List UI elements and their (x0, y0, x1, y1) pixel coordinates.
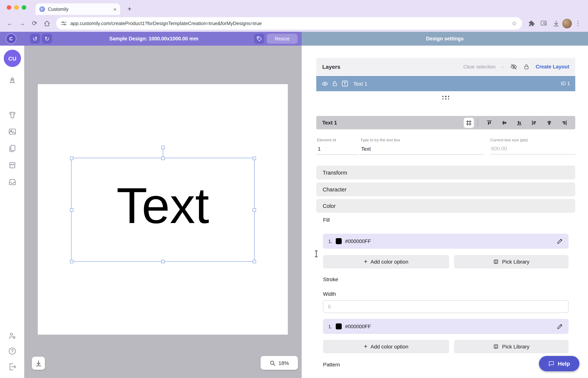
edit-fill-color-button[interactable] (557, 238, 563, 244)
visibility-eye-icon[interactable] (321, 80, 328, 87)
add-fill-color-button[interactable]: + Add color option (323, 255, 449, 269)
fill-color-row[interactable]: 1. #000000FF (323, 234, 569, 249)
fit-frame-button[interactable] (464, 118, 474, 128)
stroke-color-hex: #000000FF (345, 324, 553, 329)
selection-handle-ne[interactable] (252, 156, 256, 160)
downloads-button[interactable] (550, 17, 562, 29)
forward-button[interactable]: → (16, 17, 29, 29)
selection-handle-e[interactable] (252, 208, 256, 212)
magnifier-icon (270, 360, 275, 366)
customily-favicon: C (39, 6, 45, 12)
selection-handle-w[interactable] (70, 208, 73, 212)
selection-handle-s[interactable] (161, 260, 164, 263)
sidebar-item-launch[interactable] (8, 77, 17, 86)
text-cursor (315, 251, 318, 257)
unlock-icon[interactable] (332, 80, 338, 87)
fill-color-swatch[interactable] (336, 238, 342, 244)
hide-all-button[interactable] (510, 63, 517, 70)
stroke-color-row[interactable]: 1. #000000FF (323, 319, 569, 334)
export-download-button[interactable] (32, 357, 45, 370)
site-settings-icon[interactable] (61, 20, 67, 27)
browser-menu-button[interactable]: ⋮ (572, 17, 584, 29)
sidebar-item-store[interactable] (8, 161, 17, 170)
panel-resize-handle[interactable] (316, 94, 575, 101)
section-transform[interactable]: Transform (316, 166, 575, 179)
text-value-input[interactable] (360, 146, 484, 155)
stroke-label: Stroke (323, 276, 338, 282)
address-bar[interactable]: app.customily.com/createProduct1?forDesi… (56, 17, 522, 29)
sidebar-item-account-settings[interactable] (8, 331, 17, 340)
selection-box[interactable] (71, 158, 255, 262)
new-tab-button[interactable]: + (124, 4, 135, 14)
element-id-input[interactable] (317, 146, 359, 155)
selection-handle-se[interactable] (252, 260, 256, 263)
layer-id-badge: ID 1 (561, 81, 570, 86)
selection-handle-nw[interactable] (70, 156, 73, 160)
pencil-icon (557, 238, 563, 244)
align-top-button[interactable] (482, 118, 497, 128)
minimize-window-button[interactable] (14, 5, 19, 10)
search-tabs-button[interactable] (537, 17, 550, 29)
url-text[interactable]: app.customily.com/createProduct1?forDesi… (70, 21, 506, 26)
fullscreen-window-button[interactable] (22, 5, 26, 10)
sidebar-item-help[interactable] (8, 347, 17, 356)
align-middle-button[interactable] (497, 118, 512, 128)
sidebar-item-inbox[interactable] (8, 178, 17, 187)
help-button[interactable]: Help (539, 356, 579, 371)
undo-button[interactable]: ↺ (30, 34, 40, 44)
edit-stroke-color-button[interactable] (557, 323, 563, 330)
lock-icon (523, 63, 530, 70)
align-top-icon (486, 120, 492, 125)
selection-handle-n[interactable] (161, 156, 164, 160)
align-right-button[interactable] (557, 118, 572, 128)
align-center-icon (546, 120, 552, 125)
create-layout-link[interactable]: Create Layout (536, 64, 569, 69)
pick-stroke-library-button[interactable]: Pick Library (454, 340, 569, 353)
sidebar-item-logout[interactable] (8, 362, 17, 371)
selection-handle-sw[interactable] (70, 260, 73, 263)
back-button[interactable]: ← (4, 17, 16, 29)
tag-button[interactable] (254, 34, 264, 44)
profile-avatar[interactable] (562, 18, 572, 28)
stroke-color-index: 1. (328, 324, 332, 329)
home-icon (43, 20, 51, 27)
resize-button[interactable]: Resize (267, 34, 298, 44)
pick-fill-library-button[interactable]: Pick Library (454, 255, 569, 269)
align-left-button[interactable] (527, 118, 542, 128)
design-settings-panel: Layers Clear selection – Create Layout T… (302, 46, 588, 378)
text-value-label: Type to try the text box (360, 138, 484, 142)
question-icon (8, 347, 17, 356)
browser-tab[interactable]: C Customily × (36, 3, 120, 15)
section-character[interactable]: Character (316, 182, 575, 196)
plus-icon: + (364, 343, 368, 350)
sidebar-item-products[interactable] (8, 110, 17, 119)
reload-button[interactable]: ⟳ (29, 17, 41, 29)
stroke-color-swatch[interactable] (336, 324, 342, 329)
rotate-handle[interactable] (161, 146, 164, 149)
stroke-width-input[interactable] (323, 300, 569, 313)
user-avatar[interactable]: CU (4, 50, 21, 67)
extensions-button[interactable] (525, 17, 537, 29)
customily-logo[interactable]: C (6, 33, 16, 44)
bookmark-star-icon[interactable]: ☆ (509, 18, 519, 28)
add-stroke-color-button[interactable]: + Add color option (323, 340, 449, 353)
layer-row-text1[interactable]: Text 1 ID 1 (316, 76, 575, 91)
section-color[interactable]: Color (316, 199, 575, 213)
browser-navbar: ← → ⟳ app.customily.com/createProduct1?f… (0, 15, 588, 32)
align-center-button[interactable] (542, 118, 557, 128)
element-properties-bar: Text 1 (316, 116, 575, 129)
align-bottom-button[interactable] (512, 118, 527, 128)
design-canvas-area[interactable]: Text 18% (24, 46, 302, 378)
design-settings-header: Design settings (302, 32, 588, 46)
clear-selection-button[interactable]: Clear selection (463, 64, 495, 69)
close-window-button[interactable] (7, 5, 11, 10)
home-button[interactable] (41, 17, 53, 29)
tab-close-icon[interactable]: × (114, 6, 116, 12)
redo-button[interactable]: ↻ (42, 34, 52, 44)
stroke-width-label: Width (323, 291, 336, 297)
lock-all-button[interactable] (523, 63, 530, 70)
sidebar-item-templates[interactable] (8, 144, 17, 153)
sidebar-item-mockups[interactable] (8, 127, 17, 136)
zoom-control[interactable]: 18% (260, 356, 298, 370)
download-icon (35, 360, 42, 367)
